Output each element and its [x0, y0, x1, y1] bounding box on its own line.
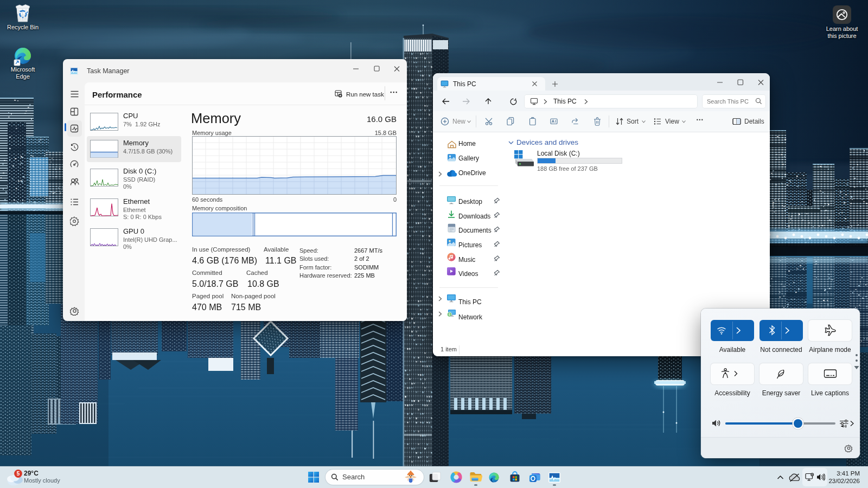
svg-text:5: 5	[17, 470, 20, 477]
